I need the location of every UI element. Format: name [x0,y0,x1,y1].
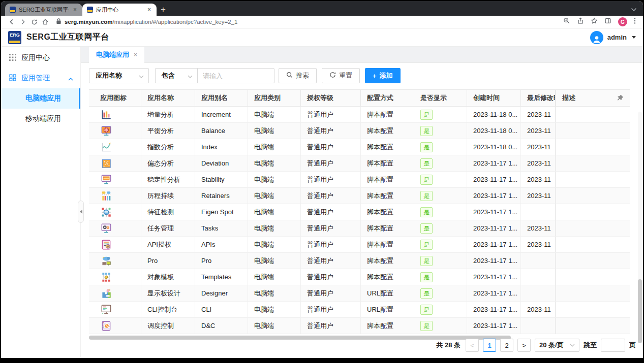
cell-name: 指数分析 [141,139,195,155]
cell-name: 平衡分析 [141,123,195,139]
workspace-tab-pc-apps[interactable]: 电脑端应用 × [89,47,144,63]
close-icon[interactable]: × [146,6,152,13]
reset-button[interactable]: 重置 [322,68,360,83]
cell-description [556,107,630,122]
new-tab-button[interactable]: + [157,4,170,16]
home-icon[interactable] [40,17,51,27]
cell-app-icon [89,172,141,187]
cell-alias: Tasks [195,220,248,236]
search-button[interactable]: 搜索 [279,68,317,83]
col-header-desc: 描述 [556,90,630,106]
cell-config: 脚本配置 [361,220,414,236]
zoom-icon[interactable] [563,17,570,26]
cell-app-icon [89,107,141,122]
operator-select[interactable]: 包含 [155,68,198,83]
cell-app-icon [89,318,141,334]
pin-icon[interactable] [617,94,624,103]
cell-created: 2023-11-17 1... [467,253,521,269]
cell-category: 电脑端 [248,123,301,139]
cell-level: 普通用户 [301,269,361,285]
cell-description [556,253,630,269]
cell-description [556,220,630,236]
cell-category: 电脑端 [248,237,301,252]
table-row: 对象模板Templates电脑端普通用户脚本配置是2023-11-17 1... [89,269,630,285]
field-select[interactable]: 应用名称 [89,68,149,83]
reload-icon[interactable] [28,17,40,27]
cell-name: 特征检测 [141,204,195,220]
visible-tag: 是 [420,126,433,136]
sidebar-collapse-handle[interactable] [78,201,84,223]
pagination-next-button[interactable]: > [517,339,531,352]
close-icon[interactable]: × [134,51,137,58]
close-icon[interactable]: × [72,6,78,13]
cell-modified [521,318,556,334]
sidebar-item-mobile-apps[interactable]: 移动端应用 [1,109,80,129]
workspace-tab-label: 电脑端应用 [96,50,129,59]
visible-tag: 是 [420,175,433,185]
cell-visible: 是 [414,188,467,204]
col-header-desc-label: 描述 [562,93,575,103]
cell-modified: 2023-11 [521,188,556,204]
forward-icon[interactable] [17,17,28,27]
add-button[interactable]: + 添加 [365,68,401,83]
side-panel-icon[interactable] [604,17,611,26]
sidebar-item-app-manage[interactable]: 应用管理 [1,68,80,88]
workarea: 电脑端应用 × 应用名称 包含 [81,47,643,358]
browser-window: SERG工业互联网平台 × 应用中心 × + serg.mixyun.com/m… [1,1,643,358]
cell-app-icon [89,285,141,301]
cell-modified: 2023-11 [521,107,556,122]
cell-visible: 是 [414,123,467,139]
page-unit-label: 页 [629,341,636,350]
balance-app-icon [100,125,112,137]
chevron-up-icon [68,74,73,82]
cell-modified: 2023-11 [521,302,556,317]
add-button-label: 添加 [380,71,393,80]
sidebar-item-app-center[interactable]: 应用中心 [1,48,80,68]
cell-app-icon [89,237,141,252]
content-card: 应用名称 包含 搜索 [81,63,643,358]
jump-page-input[interactable] [601,339,625,351]
browser-tabstrip: SERG工业互联网平台 × 应用中心 × + [1,1,643,16]
vertical-scrollbar[interactable] [638,112,642,343]
cell-alias: Pro [195,253,248,269]
cell-alias: D&C [195,318,248,334]
app-logo: ERG [8,31,21,44]
browser-tab-serg[interactable]: SERG工业互联网平台 × [5,4,82,16]
back-icon[interactable] [6,17,17,27]
pagination-page-1[interactable]: 1 [483,339,496,352]
visible-tag: 是 [420,305,433,315]
cell-config: 脚本配置 [361,188,414,204]
jump-label: 跳至 [584,341,597,350]
user-menu[interactable]: admin [590,31,636,44]
pagination-total: 共 28 条 [436,341,461,350]
browser-menu-icon[interactable] [634,17,636,26]
stability-app-icon [100,174,112,186]
cell-level: 普通用户 [301,204,361,220]
designer-app-icon [100,287,112,300]
bookmark-star-icon[interactable] [591,17,598,26]
table-row: 任务管理Tasks电脑端普通用户脚本配置是2023-11-17 1...2023… [89,220,630,237]
cell-visible: 是 [414,139,467,155]
cell-level: 普通用户 [301,107,361,122]
tab-search-chevron-icon[interactable] [631,5,637,14]
pagination-page-2[interactable]: 2 [500,339,513,352]
cell-config: 脚本配置 [361,269,414,285]
visible-tag: 是 [420,158,433,169]
url-bar[interactable]: serg.mixyun.com/mixapplication/#/applica… [56,17,563,26]
visible-tag: 是 [420,288,433,299]
plus-icon: + [373,72,377,80]
vertical-scrollbar-thumb[interactable] [638,279,642,343]
cli-app-icon [100,304,112,316]
keyword-input[interactable] [198,69,274,83]
share-icon[interactable] [577,17,584,26]
pagination-prev-button[interactable]: < [466,339,479,352]
page-size-select[interactable]: 20 条/页 [535,339,579,352]
browser-tab-appcenter[interactable]: 应用中心 × [82,4,157,16]
browser-profile-avatar[interactable]: G [618,17,627,26]
cell-config: 脚本配置 [361,123,414,139]
sidebar-item-pc-apps[interactable]: 电脑端应用 [1,88,80,109]
cell-modified: 2023-11 [521,123,556,139]
cell-visible: 是 [414,253,467,269]
cell-name: 增量分析 [141,107,195,122]
sidebar-item-label: 移动端应用 [25,114,61,123]
